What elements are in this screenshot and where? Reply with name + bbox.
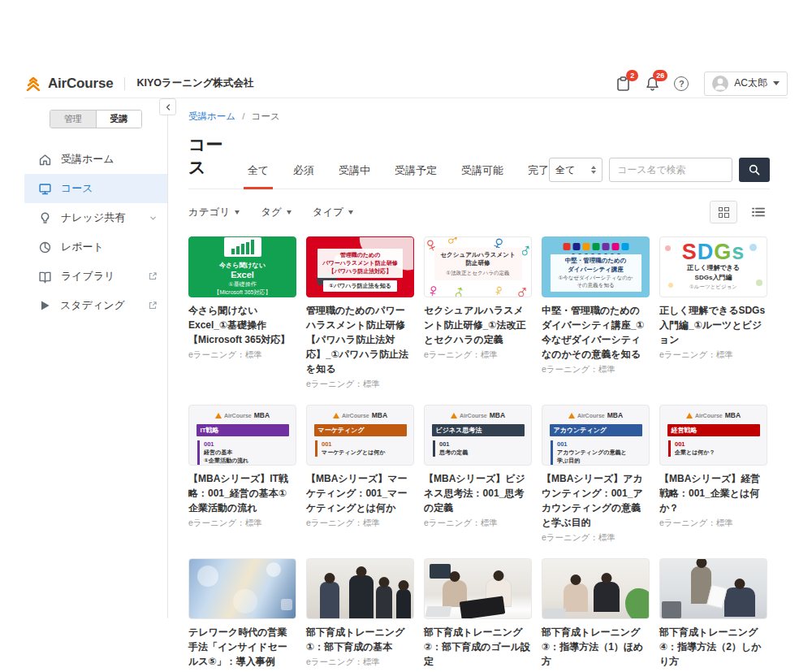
course-meta: eラーニング：標準 — [306, 379, 414, 390]
user-name: AC太郎 — [734, 76, 767, 90]
course-card[interactable]: ♀♂♀♂♀♂♀♂セクシュアルハラスメント防止研修①法改正とセクハラの定義セクシュ… — [424, 236, 532, 390]
course-thumbnail: ♀♂♀♂♀♂♀♂セクシュアルハラスメント防止研修①法改正とセクハラの定義 — [424, 236, 532, 297]
course-card[interactable]: AirCourseMBAIT戦略001経営の基本①企業活動の流れ【MBAシリーズ… — [188, 405, 296, 544]
mode-toggle: 管理 受講 — [50, 110, 142, 128]
thumb-text: 001企業とは何か？ — [668, 440, 767, 457]
course-thumbnail: 中堅・管理職のためのダイバーシティ講座①今なぜダイバーシティなのか その意義を知… — [542, 236, 650, 297]
filter-type[interactable]: タイプ — [313, 206, 353, 219]
course-card[interactable]: AirCourseMBAアカウンティング001アカウンティングの意義と学ぶ目的【… — [542, 405, 650, 544]
thumb-text: 今さら聞けない — [219, 261, 266, 270]
sidebar-item-label: コース — [61, 181, 93, 196]
course-thumbnail — [306, 558, 414, 619]
course-thumbnail: SDGs正しく理解できるSDGs入門編①ルーツとビジョン — [659, 236, 767, 297]
grid-view-button[interactable] — [710, 201, 737, 223]
mode-learn-button[interactable]: 受講 — [96, 111, 142, 128]
company-name: KIYOラーニング株式会社 — [136, 76, 253, 90]
chevron-down-icon — [348, 210, 353, 215]
course-card[interactable]: 部下育成トレーニング③：指導方法（1）ほめ方eラーニング：標準 — [542, 558, 650, 672]
course-title: セクシュアルハラスメント防止研修_①法改正とセクハラの定義 — [424, 303, 532, 347]
tab-all[interactable]: 全て — [248, 163, 269, 189]
course-meta: eラーニング：標準 — [424, 349, 532, 361]
photo-figure-art — [625, 588, 650, 619]
confetti-art — [749, 244, 757, 251]
course-meta: eラーニング：標準 — [659, 349, 767, 361]
notifications-bell-icon[interactable]: 26 — [645, 76, 660, 92]
thumb-text: 001マーケティングとは何か — [315, 440, 413, 457]
course-title: 部下育成トレーニング②：部下育成のゴール設定 — [424, 625, 532, 669]
tasks-badge: 2 — [626, 70, 638, 81]
sidebar-item-label: ナレッジ共有 — [61, 210, 125, 225]
tab-required[interactable]: 必須 — [293, 163, 314, 189]
brand-logo[interactable]: AirCourse — [24, 76, 113, 92]
thumb-text: ①パワハラ防止法を知る — [323, 280, 397, 292]
lightbulb-icon — [38, 211, 52, 225]
gender-symbol-art: ♂ — [513, 281, 530, 297]
thumb-text: 001経営の基本①企業活動の流れ — [197, 440, 296, 465]
course-card[interactable]: AirCourseMBAマーケティング001マーケティングとは何か【MBAシリー… — [306, 405, 414, 544]
photo-figure-art — [281, 599, 292, 610]
search-area: 全て — [549, 158, 770, 189]
sidebar-item-knowledge[interactable]: ナレッジ共有 — [24, 203, 167, 232]
help-icon[interactable]: ? — [674, 76, 689, 91]
course-card[interactable]: AirCourseMBA経営戦略001企業とは何か？【MBAシリーズ】経営戦略：… — [659, 405, 767, 544]
sidebar-item-studying[interactable]: スタディング — [24, 291, 167, 320]
search-scope-select[interactable]: 全て — [549, 158, 603, 182]
breadcrumb-home-link[interactable]: 受講ホーム — [188, 111, 235, 121]
confetti-art — [668, 283, 673, 288]
filter-tag[interactable]: タグ — [261, 206, 292, 219]
aircourse-mark-icon — [568, 413, 575, 418]
course-card[interactable]: 今さら聞けないExcel①基礎操作【Microsoft 365対応】今さら聞けな… — [188, 236, 296, 390]
mba-series-banner: マーケティング — [314, 424, 407, 436]
sidebar-item-library[interactable]: ライブラリ — [24, 262, 167, 291]
filter-category[interactable]: カテゴリ — [188, 206, 240, 219]
course-card[interactable]: 管理職のためのパワーハラスメント防止研修【パワハラ防止法対応】①パワハラ防止法を… — [306, 236, 414, 390]
sidebar-collapse-button[interactable] — [159, 98, 176, 115]
tab-scheduled[interactable]: 受講予定 — [395, 163, 437, 189]
course-meta: eラーニング：標準 — [424, 518, 532, 529]
tab-available[interactable]: 受講可能 — [461, 163, 503, 189]
list-view-button[interactable] — [747, 201, 770, 223]
tab-completed[interactable]: 完了 — [528, 163, 549, 189]
mode-admin-button[interactable]: 管理 — [50, 111, 96, 128]
sidebar-item-label: 受講ホーム — [61, 152, 114, 167]
course-thumbnail: AirCourseMBAビジネス思考法001思考の定義 — [424, 405, 532, 466]
book-icon — [38, 270, 52, 284]
course-card[interactable]: テレワーク時代の営業手法「インサイドセールス⑤」：導入事例eラーニング：標準 — [188, 558, 296, 672]
course-title: テレワーク時代の営業手法「インサイドセールス⑤」：導入事例 — [188, 625, 296, 669]
thumb-text: Excel — [231, 270, 254, 280]
notifications-badge: 26 — [653, 70, 667, 81]
chevron-down-icon — [235, 210, 240, 215]
course-thumbnail — [424, 558, 532, 619]
user-menu[interactable]: AC太郎 — [704, 72, 788, 96]
course-card[interactable]: 部下育成トレーニング④：指導方法（2）しかり方eラーニング：標準 — [659, 558, 767, 672]
sidebar-item-home[interactable]: 受講ホーム — [24, 145, 167, 174]
search-input[interactable] — [609, 158, 732, 182]
course-title: 今さら聞けないExcel_①基礎操作【Microsoft 365対応】 — [188, 303, 296, 347]
thumb-text: 中堅・管理職のためのダイバーシティ講座①今なぜダイバーシティなのか その意義を知… — [551, 254, 641, 292]
chevron-down-icon — [773, 81, 780, 85]
course-thumbnail: AirCourseMBAアカウンティング001アカウンティングの意義と学ぶ目的 — [542, 405, 650, 466]
sidebar-item-courses[interactable]: コース — [24, 174, 167, 203]
course-card[interactable]: AirCourseMBAビジネス思考法001思考の定義【MBAシリーズ】ビジネス… — [424, 405, 532, 544]
tab-in-progress[interactable]: 受講中 — [339, 163, 370, 189]
search-button[interactable] — [739, 158, 770, 182]
sidebar-item-label: スタディング — [60, 298, 125, 313]
avatar — [712, 76, 728, 92]
gender-symbol-art: ♂ — [447, 280, 470, 297]
photo-figure-art — [266, 562, 281, 577]
course-card[interactable]: 中堅・管理職のためのダイバーシティ講座①今なぜダイバーシティなのか その意義を知… — [542, 236, 650, 390]
thumb-text: 001思考の定義 — [433, 440, 531, 457]
course-card[interactable]: 部下育成トレーニング②：部下育成のゴール設定eラーニング：標準 — [424, 558, 532, 672]
external-link-icon — [148, 301, 158, 310]
course-thumbnail — [659, 558, 767, 619]
course-title: 正しく理解できるSDGs入門編_①ルーツとビジョン — [659, 303, 767, 347]
photo-figure-art — [542, 609, 566, 618]
course-title: 【MBAシリーズ】マーケティング：001_マーケティングとは何か — [306, 471, 414, 515]
aircourse-mark-icon — [686, 413, 693, 418]
tasks-icon[interactable]: 2 — [615, 76, 631, 92]
sidebar-item-reports[interactable]: レポート — [24, 232, 167, 262]
course-thumbnail: AirCourseMBAIT戦略001経営の基本①企業活動の流れ — [188, 405, 296, 466]
course-card[interactable]: 部下育成トレーニング①：部下育成の基本eラーニング：標準 — [306, 558, 414, 672]
course-title: 【MBAシリーズ】ビジネス思考法：001_思考の定義 — [424, 471, 532, 515]
course-card[interactable]: SDGs正しく理解できるSDGs入門編①ルーツとビジョン正しく理解できるSDGs… — [659, 236, 767, 390]
